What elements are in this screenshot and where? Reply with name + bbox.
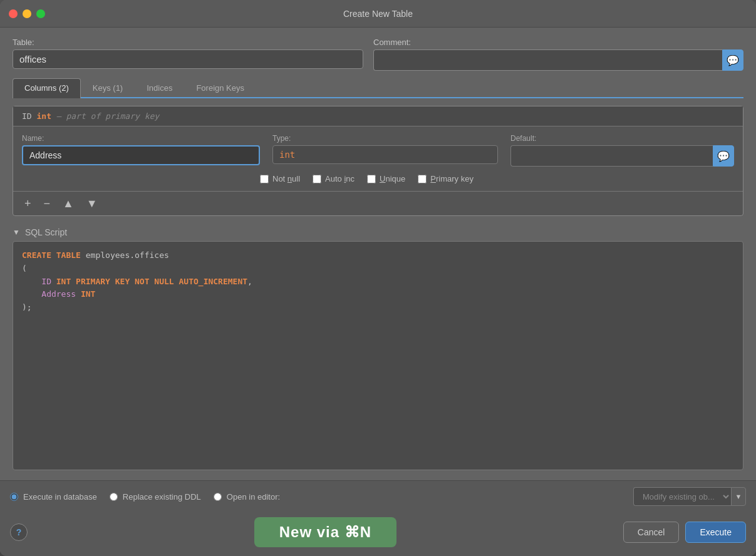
tab-keys[interactable]: Keys (1) (81, 78, 135, 97)
open-editor-radio-group: Open in editor: (214, 492, 280, 502)
sql-line-1: CREATE TABLE employees.offices (22, 249, 734, 262)
sql-table-name: employees.offices (86, 249, 169, 262)
sql-create-kw: CREATE (22, 249, 51, 262)
execute-radio-group: Execute in database (10, 492, 97, 502)
execute-in-database-radio[interactable] (10, 493, 18, 501)
remove-column-button[interactable]: − (41, 197, 53, 210)
sql-null-kw: NULL (154, 275, 173, 289)
sql-table-kw: TABLE (56, 249, 81, 262)
replace-ddl-label[interactable]: Replace existing DDL (123, 492, 201, 502)
primary-key-checkbox[interactable] (418, 175, 427, 183)
sql-address-kw: Address (41, 288, 76, 301)
default-col: Default: 💬 (510, 134, 734, 167)
auto-inc-group: Auto inc (313, 174, 355, 183)
move-up-button[interactable]: ▲ (60, 197, 76, 210)
sql-id-kw: ID (41, 275, 51, 289)
default-icon-button[interactable]: 💬 (713, 145, 734, 167)
top-row: Table: Comment: 💬 (13, 38, 743, 71)
sql-primary-kw: PRIMARY (76, 275, 110, 289)
chat-icon-2: 💬 (717, 150, 730, 162)
editor-select[interactable]: Modify existing ob... (633, 487, 731, 506)
name-input[interactable] (22, 145, 260, 165)
right-buttons: Cancel Execute (623, 522, 746, 543)
sql-indent2 (22, 288, 41, 301)
minimize-button[interactable] (23, 9, 31, 18)
not-null-checkbox[interactable] (260, 175, 269, 183)
comment-input-wrapper: 💬 (373, 49, 743, 71)
header-comment: — part of primary key (51, 111, 159, 121)
chat-icon: 💬 (727, 54, 739, 66)
table-field-group: Table: (13, 38, 363, 69)
unique-label[interactable]: Unique (380, 174, 405, 183)
window: Create New Table Table: Comment: 💬 (0, 0, 756, 556)
sql-key-kw: KEY (115, 275, 130, 289)
type-input[interactable] (272, 145, 498, 164)
add-column-button[interactable]: + (22, 197, 34, 210)
sql-int-kw: INT (56, 275, 71, 289)
header-id: ID (22, 111, 36, 121)
primary-key-label[interactable]: Primary key (430, 174, 474, 183)
sql-indent1 (22, 275, 41, 289)
main-content: Table: Comment: 💬 Columns (2) Keys (1) (0, 28, 756, 480)
titlebar: Create New Table (0, 0, 756, 28)
execute-in-database-label[interactable]: Execute in database (23, 492, 97, 502)
open-in-editor-label[interactable]: Open in editor: (227, 492, 280, 502)
sql-open-paren: ( (22, 262, 27, 275)
auto-inc-label[interactable]: Auto inc (325, 174, 355, 183)
sql-int-kw-2: INT (81, 288, 95, 301)
chevron-down-icon: ▼ (735, 493, 742, 500)
replace-ddl-radio[interactable] (110, 493, 118, 501)
sql-auto-kw: AUTO_INCREMENT (179, 275, 248, 289)
name-sublabel: Name: (22, 134, 260, 143)
sql-line-2: ( (22, 262, 734, 275)
sql-script-label: SQL Script (25, 227, 67, 237)
move-down-button[interactable]: ▼ (84, 197, 100, 210)
name-type-default-row: Name: Type: Default: 💬 (22, 134, 734, 167)
sql-section: ▼ SQL Script CREATE TABLE employees.offi… (13, 224, 743, 470)
action-row: ? New via ⌘N Cancel Execute (0, 512, 756, 556)
maximize-button[interactable] (36, 9, 45, 18)
comment-input[interactable] (373, 49, 722, 71)
tab-indices[interactable]: Indices (135, 78, 184, 97)
help-button[interactable]: ? (10, 523, 28, 541)
type-sublabel: Type: (272, 134, 498, 143)
new-via-label: New via ⌘N (279, 523, 371, 540)
collapse-triangle-icon[interactable]: ▼ (13, 228, 20, 237)
replace-radio-group: Replace existing DDL (110, 492, 201, 502)
default-input-wrapper: 💬 (510, 145, 734, 167)
execute-button[interactable]: Execute (685, 522, 746, 543)
column-editor: ID int — part of primary key Name: Type:… (13, 106, 743, 216)
close-button[interactable] (9, 9, 18, 18)
toolbar-row: + − ▲ ▼ (13, 191, 743, 215)
table-input[interactable] (13, 49, 363, 69)
tab-foreign-keys[interactable]: Foreign Keys (184, 78, 256, 97)
checkboxes-row: Not null Auto inc Unique Primary key (22, 174, 734, 183)
open-in-editor-radio[interactable] (214, 493, 222, 501)
not-null-group: Not null (260, 174, 300, 183)
auto-inc-checkbox[interactable] (313, 175, 321, 183)
question-mark-icon: ? (16, 527, 22, 537)
sql-line-4: Address INT (22, 288, 734, 301)
window-title: Create New Table (343, 9, 413, 19)
comment-field-group: Comment: 💬 (373, 38, 743, 71)
tab-columns[interactable]: Columns (2) (13, 78, 81, 98)
sql-header: ▼ SQL Script (13, 224, 743, 241)
comment-label: Comment: (373, 38, 743, 47)
type-col: Type: (272, 134, 498, 164)
cancel-button[interactable]: Cancel (623, 522, 680, 543)
not-null-label[interactable]: Not null (272, 174, 300, 183)
column-fields: Name: Type: Default: 💬 (13, 126, 743, 191)
unique-group: Unique (367, 174, 405, 183)
unique-checkbox[interactable] (367, 175, 376, 183)
table-label: Table: (13, 38, 363, 47)
column-header: ID int — part of primary key (13, 106, 743, 126)
sql-close: ); (22, 301, 32, 314)
sql-not-kw: NOT (135, 275, 149, 289)
default-sublabel: Default: (510, 134, 734, 143)
editor-select-arrow[interactable]: ▼ (731, 487, 746, 506)
sql-line-3: ID INT PRIMARY KEY NOT NULL AUTO_INCREME… (22, 275, 734, 289)
tabs-bar: Columns (2) Keys (1) Indices Foreign Key… (13, 78, 743, 98)
default-input[interactable] (510, 145, 713, 167)
new-via-button[interactable]: New via ⌘N (254, 517, 396, 547)
comment-icon-button[interactable]: 💬 (722, 49, 743, 71)
